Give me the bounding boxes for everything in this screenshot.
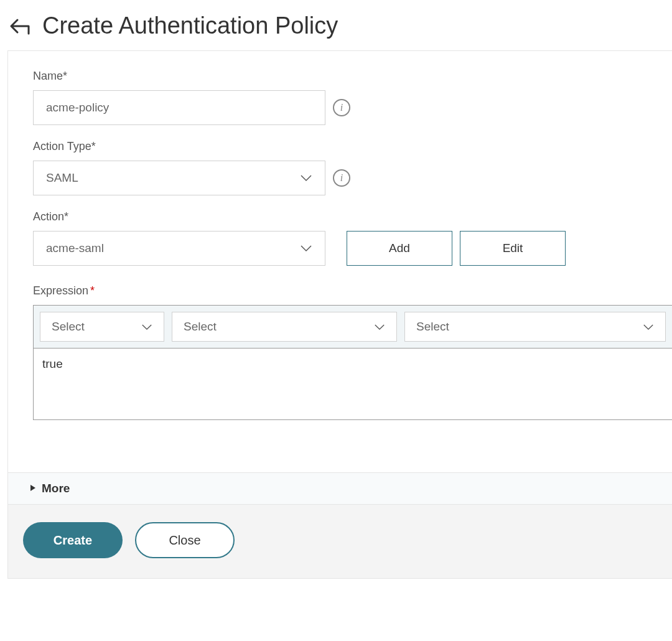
chevron-down-icon	[300, 171, 312, 185]
expression-label: Expression*	[33, 284, 672, 297]
page-title: Create Authentication Policy	[42, 12, 338, 39]
back-arrow-icon[interactable]	[9, 17, 34, 35]
close-button[interactable]: Close	[135, 522, 235, 558]
action-type-value: SAML	[46, 171, 78, 185]
action-dropdown[interactable]: acme-saml	[33, 231, 325, 266]
action-label: Action*	[33, 210, 672, 223]
info-icon[interactable]: i	[333, 169, 350, 187]
triangle-right-icon	[29, 484, 37, 494]
more-label: More	[42, 482, 70, 495]
create-button[interactable]: Create	[23, 522, 123, 558]
expression-box: Select Select Select	[33, 305, 672, 420]
chevron-down-icon	[141, 320, 152, 334]
action-type-dropdown[interactable]: SAML	[33, 161, 325, 195]
form-container: Name* i Action Type* SAML i Action*	[7, 50, 672, 579]
more-section[interactable]: More	[8, 472, 672, 505]
chevron-down-icon	[300, 241, 312, 255]
footer-actions: Create Close	[8, 505, 672, 578]
expression-toolbar: Select Select Select	[34, 306, 672, 349]
name-label: Name*	[33, 70, 672, 83]
chevron-down-icon	[374, 320, 385, 334]
expression-select-1[interactable]: Select	[40, 312, 164, 342]
expression-select-2[interactable]: Select	[172, 312, 397, 342]
add-button[interactable]: Add	[347, 231, 452, 266]
edit-button[interactable]: Edit	[460, 231, 566, 266]
expression-editor[interactable]	[34, 349, 672, 417]
name-input[interactable]	[33, 90, 325, 125]
chevron-down-icon	[643, 320, 654, 334]
expression-select-3[interactable]: Select	[404, 312, 666, 342]
info-icon[interactable]: i	[333, 99, 350, 116]
action-value: acme-saml	[46, 241, 104, 255]
action-type-label: Action Type*	[33, 140, 672, 153]
